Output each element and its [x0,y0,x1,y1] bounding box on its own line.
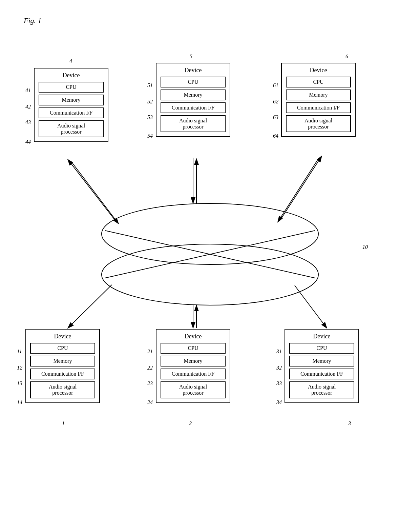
device-4-box: Device CPU Memory Communication I/F Audi… [34,68,108,142]
ref-63: 63 [273,114,278,120]
device-2-comm: Communication I/F [161,369,226,379]
device-1-cpu: CPU [30,343,95,354]
ref-23: 23 [147,380,153,387]
ref-42: 42 [25,104,31,110]
ref-41: 41 [25,87,31,94]
svg-point-3 [102,244,318,305]
device-3-box: Device CPU Memory Communication I/F Audi… [285,329,359,403]
device-6-cpu: CPU [286,77,351,87]
device-4-audio: Audio signal processor [39,120,104,137]
svg-line-15 [295,285,327,328]
device-1-audio: Audio signal processor [30,381,95,398]
device-6-audio: Audio signal processor [286,115,351,132]
device-2-memory: Memory [161,356,226,367]
device-3-memory: Memory [289,356,354,367]
device-3-comm: Communication I/F [289,369,354,379]
device-3-title: Device [289,333,354,340]
device-6-comm: Communication I/F [286,102,351,113]
ref-22: 22 [147,365,153,371]
ref-32: 32 [276,365,282,371]
ref-51: 51 [147,82,153,88]
device-2-cpu: CPU [161,343,226,354]
ref-13: 13 [17,380,22,387]
device-5-memory: Memory [161,90,226,100]
device-5-audio: Audio signal processor [161,115,226,132]
ref-21: 21 [147,349,153,355]
ref-10: 10 [362,244,368,250]
ref-14: 14 [17,399,22,405]
svg-point-2 [102,203,318,264]
ref-43: 43 [25,119,31,125]
svg-line-5 [105,231,315,278]
ref-54: 54 [147,133,153,139]
ref-11: 11 [17,349,22,355]
device-1-box: Device CPU Memory Communication I/F Audi… [25,329,100,403]
device-4-memory: Memory [39,95,104,105]
device-4-title: Device [39,72,104,79]
device-2-audio: Audio signal processor [161,381,226,398]
device-5-comm: Communication I/F [161,102,226,113]
device-2-box: Device CPU Memory Communication I/F Audi… [156,329,230,403]
device-6-box: Device CPU Memory Communication I/F Audi… [281,63,356,137]
device-5-title: Device [161,67,226,74]
ref-3: 3 [348,420,351,427]
ref-5: 5 [190,54,192,60]
svg-line-6 [71,161,119,224]
svg-line-12 [68,285,112,328]
ref-2: 2 [189,420,192,427]
device-6-title: Device [286,67,351,74]
ref-24: 24 [147,399,153,405]
ref-31: 31 [276,349,282,355]
device-1-comm: Communication I/F [30,369,95,379]
svg-line-7 [68,159,115,220]
device-3-cpu: CPU [289,343,354,354]
ref-62: 62 [273,99,278,105]
ref-4: 4 [69,58,72,64]
svg-line-11 [281,156,322,219]
svg-line-4 [105,231,315,278]
ref-1: 1 [62,420,65,427]
ref-61: 61 [273,82,278,88]
device-2-title: Device [161,333,226,340]
device-4-comm: Communication I/F [39,107,104,118]
svg-line-10 [278,159,318,222]
device-1-memory: Memory [30,356,95,367]
ref-33: 33 [276,380,282,387]
device-3-audio: Audio signal processor [289,381,354,398]
ref-6: 6 [345,54,348,60]
ref-44: 44 [25,139,31,145]
device-1-title: Device [30,333,95,340]
device-4-cpu: CPU [39,82,104,93]
ref-12: 12 [17,365,22,371]
ref-53: 53 [147,114,153,120]
ref-52: 52 [147,99,153,105]
device-5-box: Device CPU Memory Communication I/F Audi… [156,63,230,137]
ref-34: 34 [276,399,282,405]
device-6-memory: Memory [286,90,351,100]
device-5-cpu: CPU [161,77,226,87]
fig-label: Fig. 1 [24,16,42,25]
ref-64: 64 [273,133,278,139]
